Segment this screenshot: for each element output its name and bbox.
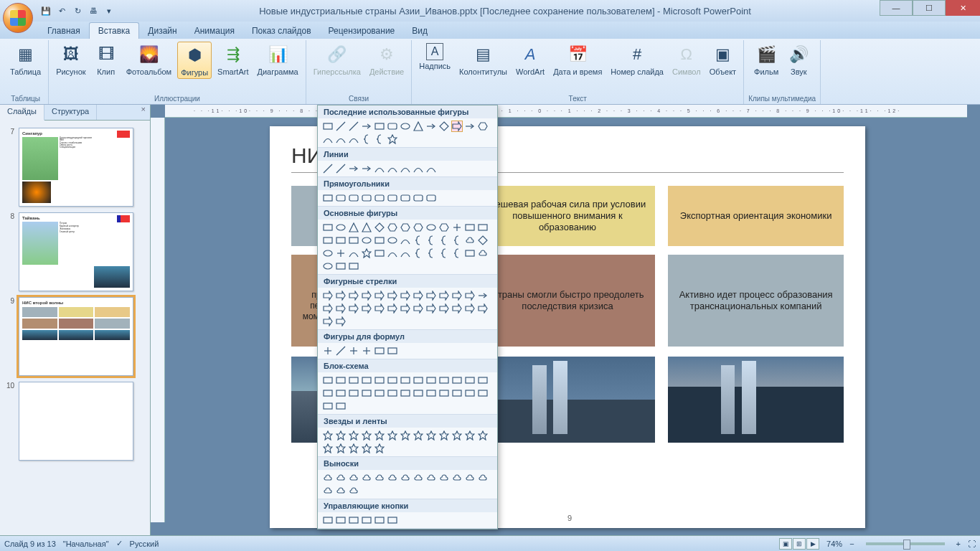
redo-icon[interactable]: ↻ xyxy=(70,4,85,18)
shape-option[interactable] xyxy=(348,121,359,132)
save-icon[interactable]: 💾 xyxy=(39,4,53,18)
shape-option[interactable] xyxy=(413,303,424,314)
shape-option[interactable] xyxy=(387,472,398,484)
shape-option[interactable] xyxy=(322,400,334,412)
shape-option[interactable] xyxy=(322,375,334,386)
shape-option[interactable] xyxy=(464,121,476,132)
shape-option[interactable] xyxy=(361,290,372,301)
shape-option[interactable] xyxy=(322,192,334,204)
shape-option[interactable] xyxy=(348,472,359,484)
shape-option[interactable] xyxy=(322,485,334,496)
shape-option[interactable] xyxy=(464,290,476,301)
shape-option[interactable] xyxy=(348,345,359,357)
shape-option[interactable] xyxy=(413,222,424,233)
shape-option[interactable] xyxy=(361,387,372,399)
shape-option[interactable] xyxy=(400,303,411,314)
shape-option[interactable] xyxy=(413,248,424,259)
shape-option[interactable] xyxy=(425,121,437,132)
shape-option[interactable] xyxy=(335,443,347,454)
shape-option[interactable] xyxy=(477,121,489,132)
undo-icon[interactable]: ↶ xyxy=(55,4,69,18)
shape-option[interactable] xyxy=(374,235,385,246)
shape-option[interactable] xyxy=(335,472,347,484)
shape-option[interactable] xyxy=(400,430,411,441)
shape-option[interactable] xyxy=(361,192,372,204)
clip-button[interactable]: 🎞Клип xyxy=(92,42,121,77)
tab-review[interactable]: Рецензирование xyxy=(320,23,404,39)
shape-option[interactable] xyxy=(335,387,347,399)
status-language[interactable]: Русский xyxy=(130,540,159,548)
shape-option[interactable] xyxy=(387,121,398,132)
shape-option[interactable] xyxy=(387,430,398,441)
shape-option[interactable] xyxy=(477,235,489,246)
headerfooter-button[interactable]: ▤Колонтитулы xyxy=(456,42,510,77)
shape-option[interactable] xyxy=(361,514,372,526)
shape-option[interactable] xyxy=(387,375,398,386)
shape-option[interactable] xyxy=(425,387,437,399)
shape-option[interactable] xyxy=(438,290,450,301)
shape-option[interactable] xyxy=(348,235,359,246)
shape-option[interactable] xyxy=(413,192,424,204)
shape-option[interactable] xyxy=(451,290,463,301)
shape-option[interactable] xyxy=(413,387,424,399)
shape-option[interactable] xyxy=(374,345,385,357)
shape-option[interactable] xyxy=(361,345,372,357)
shape-option[interactable] xyxy=(425,163,437,174)
shape-option[interactable] xyxy=(425,290,437,301)
shape-option[interactable] xyxy=(335,400,347,412)
shape-option[interactable] xyxy=(374,248,385,259)
shape-option[interactable] xyxy=(438,472,450,484)
sorter-view-button[interactable]: ⊞ xyxy=(793,538,806,550)
shape-option[interactable] xyxy=(335,121,347,132)
shape-option[interactable] xyxy=(400,235,411,246)
tab-view[interactable]: Вид xyxy=(403,23,436,39)
panel-tab-slides[interactable]: Слайды xyxy=(0,105,44,121)
shape-option[interactable] xyxy=(400,121,411,132)
shape-option[interactable] xyxy=(438,248,450,259)
shape-option[interactable] xyxy=(335,303,347,314)
shape-option[interactable] xyxy=(348,443,359,454)
image-3[interactable] xyxy=(668,357,844,443)
zoom-level[interactable]: 74% xyxy=(826,540,842,548)
shape-option[interactable] xyxy=(348,290,359,301)
panel-tab-outline[interactable]: Структура xyxy=(44,105,97,120)
shape-option[interactable] xyxy=(425,303,437,314)
shape-option[interactable] xyxy=(335,133,347,145)
shape-option[interactable] xyxy=(361,430,372,441)
shape-option[interactable] xyxy=(438,387,450,399)
shape-option[interactable] xyxy=(322,248,334,259)
shape-option[interactable] xyxy=(451,472,463,484)
qat-more-icon[interactable]: ▾ xyxy=(102,4,116,18)
shape-option[interactable] xyxy=(335,485,347,496)
shape-option[interactable] xyxy=(477,375,489,386)
shape-option[interactable] xyxy=(387,248,398,259)
office-button[interactable] xyxy=(3,3,33,33)
symbol-button[interactable]: ΩСимвол xyxy=(669,42,704,77)
shape-option[interactable] xyxy=(464,430,476,441)
shape-option[interactable] xyxy=(413,121,424,132)
shape-option[interactable] xyxy=(348,485,359,496)
shape-option[interactable] xyxy=(413,163,424,174)
zoom-in-button[interactable]: + xyxy=(956,540,961,548)
shape-option[interactable] xyxy=(348,248,359,259)
shape-option[interactable] xyxy=(374,290,385,301)
thumb-8[interactable]: Тайвань ОстровКрупный экспортерЭкономика… xyxy=(19,212,133,291)
smartart-button[interactable]: ⇶SmartArt xyxy=(215,42,251,77)
shape-option[interactable] xyxy=(425,375,437,386)
shape-option[interactable] xyxy=(438,235,450,246)
shape-option[interactable] xyxy=(425,248,437,259)
shape-option[interactable] xyxy=(361,222,372,233)
tab-home[interactable]: Главная xyxy=(39,23,89,39)
chart-button[interactable]: 📊Диаграмма xyxy=(255,42,301,77)
zoom-out-button[interactable]: − xyxy=(849,540,854,548)
shape-option[interactable] xyxy=(335,222,347,233)
shape-option[interactable] xyxy=(322,222,334,233)
shape-option[interactable] xyxy=(400,290,411,301)
tab-slideshow[interactable]: Показ слайдов xyxy=(243,23,320,39)
shape-option[interactable] xyxy=(374,163,385,174)
shape-option[interactable] xyxy=(361,163,372,174)
table-button[interactable]: ▦Таблица xyxy=(7,42,44,77)
shape-option[interactable] xyxy=(387,387,398,399)
shape-option[interactable] xyxy=(387,235,398,246)
shape-option[interactable] xyxy=(425,192,437,204)
